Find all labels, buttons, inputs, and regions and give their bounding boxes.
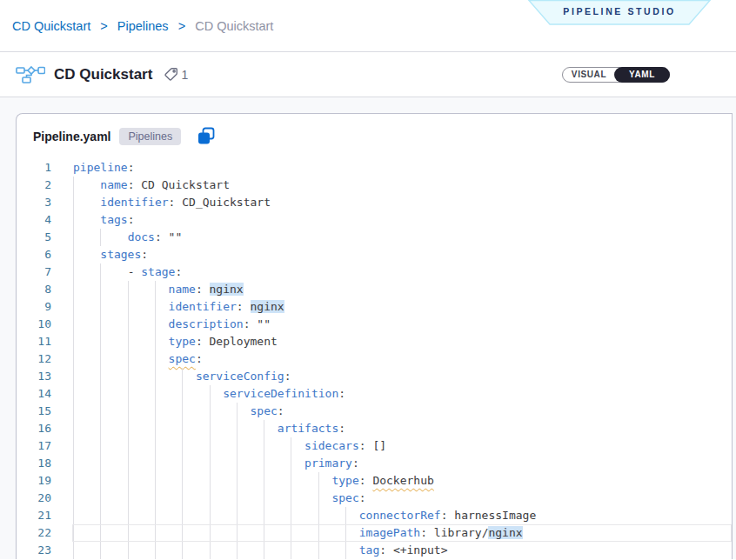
copy-icon[interactable] <box>197 127 216 146</box>
indent-guide <box>210 472 211 490</box>
yaml-line-code[interactable]: identifier: nginx <box>73 298 284 316</box>
indent-guide <box>155 437 156 455</box>
yaml-line[interactable]: 12 spec: <box>17 350 732 368</box>
pipeline-graph-icon <box>16 65 45 84</box>
yaml-line-code[interactable]: pipeline: <box>73 159 134 177</box>
indent-guide <box>100 490 101 507</box>
yaml-line[interactable]: 3 identifier: CD_Quickstart <box>17 194 732 211</box>
indent-guide <box>155 298 156 316</box>
yaml-line[interactable]: 5 docs: "" <box>17 229 732 246</box>
yaml-key: artifacts <box>278 422 338 435</box>
yaml-key: stage <box>141 265 175 278</box>
yaml-line[interactable]: 10 description: "" <box>17 316 732 333</box>
yaml-line[interactable]: 6 stages: <box>17 246 732 263</box>
yaml-line-code[interactable]: description: "" <box>73 316 271 333</box>
yaml-line[interactable]: 20 spec: <box>17 490 732 507</box>
yaml-line-code[interactable]: type: Dockerhub <box>73 472 434 490</box>
yaml-line-code[interactable]: name: CD Quickstart <box>73 177 230 194</box>
indent-guide <box>210 403 211 420</box>
yaml-line-code[interactable]: identifier: CD_Quickstart <box>73 194 271 211</box>
yaml-line-code[interactable]: spec: <box>73 403 284 420</box>
yaml-line[interactable]: 17 sidecars: [] <box>17 437 732 455</box>
line-number: 22 <box>17 524 51 542</box>
indent-guide <box>264 472 264 490</box>
line-number: 15 <box>17 403 51 420</box>
yaml-line-code[interactable]: serviceConfig: <box>73 368 291 385</box>
indent-guide <box>100 403 101 420</box>
indent-guide <box>155 472 156 490</box>
yaml-line-code[interactable]: primary: <box>73 455 359 472</box>
line-number: 16 <box>17 420 51 437</box>
breadcrumb-link-pipelines[interactable]: Pipelines <box>117 19 169 33</box>
breadcrumb-separator: > <box>100 19 107 33</box>
yaml-key: imagePath <box>359 526 420 539</box>
breadcrumb-link-project[interactable]: CD Quickstart <box>12 19 90 33</box>
line-number: 1 <box>17 159 51 177</box>
yaml-line[interactable]: 15 spec: <box>17 403 732 420</box>
yaml-line-code[interactable]: connectorRef: harnessImage <box>73 507 536 524</box>
indent-guide <box>100 437 101 455</box>
indent-guide <box>318 507 319 524</box>
yaml-line-code[interactable]: tag: <+input> <box>73 542 448 559</box>
yaml-key: primary <box>304 457 352 470</box>
yaml-line-code[interactable]: tags: <box>73 211 134 229</box>
yaml-line-code[interactable]: imagePath: library/nginx <box>73 524 523 542</box>
indent-guide <box>182 542 183 559</box>
indent-guide <box>128 333 129 350</box>
yaml-line[interactable]: 13 serviceConfig: <box>17 368 732 385</box>
yaml-line[interactable]: 22 imagePath: library/nginx <box>17 524 732 542</box>
yaml-line[interactable]: 19 type: Dockerhub <box>17 472 732 490</box>
yaml-value: <+input> <box>393 543 448 557</box>
yaml-line[interactable]: 8 name: nginx <box>17 281 732 298</box>
yaml-editor-card: Pipeline.yaml Pipelines 1pipeline:2 name… <box>16 113 733 559</box>
yaml-line[interactable]: 11 type: Deployment <box>17 333 732 350</box>
yaml-line[interactable]: 14 serviceDefinition: <box>17 385 732 403</box>
yaml-line[interactable]: 16 artifacts: <box>17 420 732 437</box>
yaml-value: : <box>169 196 183 209</box>
yaml-line[interactable]: 9 identifier: nginx <box>17 298 732 316</box>
line-number: 9 <box>17 298 51 316</box>
indent-guide <box>155 281 156 298</box>
indent-guide <box>182 403 183 420</box>
indent-guide <box>155 455 156 472</box>
yaml-line[interactable]: 21 connectorRef: harnessImage <box>17 507 732 524</box>
visual-toggle-button[interactable]: VISUAL <box>563 68 615 82</box>
indent-guide <box>73 298 74 316</box>
yaml-line[interactable]: 23 tag: <+input> <box>17 542 732 559</box>
yaml-value: : <box>441 509 455 522</box>
yaml-editor[interactable]: 1pipeline:2 name: CD Quickstart3 identif… <box>17 159 732 559</box>
yaml-key: serviceDefinition <box>223 387 338 400</box>
yaml-line[interactable]: 4 tags: <box>17 211 732 229</box>
yaml-line-code[interactable]: - stage: <box>73 263 182 281</box>
yaml-key: identifier <box>100 196 168 209</box>
yaml-line-code[interactable]: sidecars: [] <box>73 437 386 455</box>
indent-guide <box>264 490 264 507</box>
indent-guide <box>128 437 129 455</box>
yaml-line-code[interactable]: name: nginx <box>73 281 244 298</box>
yaml-line[interactable]: 18 primary: <box>17 455 732 472</box>
yaml-line-code[interactable]: stages: <box>73 246 148 263</box>
yaml-value: : <box>278 404 284 417</box>
visual-yaml-toggle: VISUAL YAML <box>562 67 670 83</box>
yaml-line-code[interactable]: docs: "" <box>73 229 182 246</box>
indent-guide <box>237 403 238 420</box>
yaml-line-code[interactable]: artifacts: <box>73 420 345 437</box>
tag-count: 1 <box>181 68 188 82</box>
yaml-toggle-button[interactable]: YAML <box>614 67 670 83</box>
indent-guide <box>210 542 211 559</box>
indent-guide <box>210 455 211 472</box>
yaml-key: spec <box>251 404 278 417</box>
indent-guide <box>318 524 319 542</box>
yaml-line-code[interactable]: serviceDefinition: <box>73 385 345 403</box>
indent-guide <box>182 368 183 385</box>
yaml-line[interactable]: 2 name: CD Quickstart <box>17 177 732 194</box>
yaml-line-code[interactable]: spec: <box>73 350 203 368</box>
indent-guide <box>264 420 264 437</box>
yaml-line-code[interactable]: type: Deployment <box>73 333 278 350</box>
yaml-line[interactable]: 7 - stage: <box>17 263 732 281</box>
yaml-line-code[interactable]: spec: <box>73 490 366 507</box>
yaml-line[interactable]: 1pipeline: <box>17 159 732 177</box>
indent-guide <box>128 368 129 385</box>
yaml-value: nginx <box>210 283 244 296</box>
indent-guide <box>182 490 183 507</box>
